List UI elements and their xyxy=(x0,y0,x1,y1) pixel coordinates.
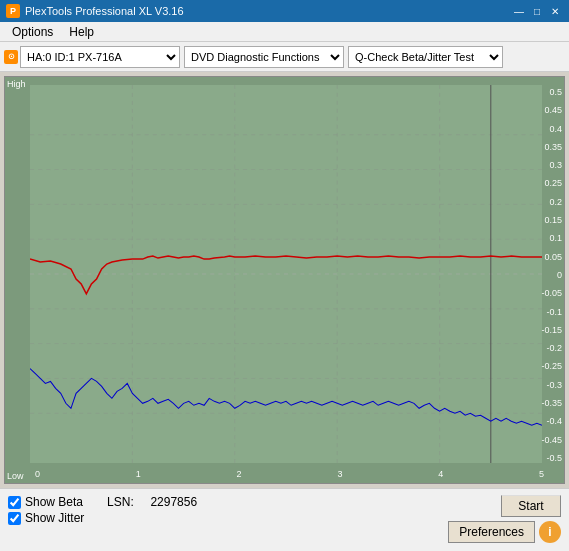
app-icon: P xyxy=(6,4,20,18)
chart-svg xyxy=(30,85,542,463)
device-icon: ⊙ xyxy=(4,50,18,64)
maximize-button[interactable]: □ xyxy=(529,4,545,18)
main-content: High Low 0.5 0.45 0.4 0.35 0.3 0.25 0.2 … xyxy=(0,72,569,488)
test-select[interactable]: Q-Check Beta/Jitter Test xyxy=(348,46,503,68)
chart-label-high: High Low xyxy=(7,77,26,483)
chart-area: High Low 0.5 0.45 0.4 0.35 0.3 0.25 0.2 … xyxy=(4,76,565,484)
window-title: PlexTools Professional XL V3.16 xyxy=(25,5,184,17)
preferences-button[interactable]: Preferences xyxy=(448,521,535,543)
close-button[interactable]: ✕ xyxy=(547,4,563,18)
start-button[interactable]: Start xyxy=(501,495,561,517)
chart-inner xyxy=(30,85,542,463)
chart-bottom-labels: 0 1 2 3 4 5 xyxy=(35,469,544,479)
lsn-value: 2297856 xyxy=(150,495,197,509)
title-bar: P PlexTools Professional XL V3.16 — □ ✕ xyxy=(0,0,569,22)
function-select[interactable]: DVD Diagnostic Functions xyxy=(184,46,344,68)
show-beta-checkbox[interactable] xyxy=(8,496,21,509)
show-jitter-checkbox[interactable] xyxy=(8,512,21,525)
show-beta-label: Show Beta xyxy=(25,495,83,509)
menu-help[interactable]: Help xyxy=(61,23,102,41)
toolbar: ⊙ HA:0 ID:1 PX-716A DVD Diagnostic Funct… xyxy=(0,42,569,72)
chart-labels-right: 0.5 0.45 0.4 0.35 0.3 0.25 0.2 0.15 0.1 … xyxy=(541,87,562,463)
menu-options[interactable]: Options xyxy=(4,23,61,41)
info-button[interactable]: i xyxy=(539,521,561,543)
lsn-label: LSN: xyxy=(107,495,134,509)
bottom-panel: Show Beta LSN: 2297856 Show Jitter Start… xyxy=(0,488,569,551)
minimize-button[interactable]: — xyxy=(511,4,527,18)
menu-bar: Options Help xyxy=(0,22,569,42)
show-jitter-label: Show Jitter xyxy=(25,511,84,525)
device-select[interactable]: HA:0 ID:1 PX-716A xyxy=(20,46,180,68)
